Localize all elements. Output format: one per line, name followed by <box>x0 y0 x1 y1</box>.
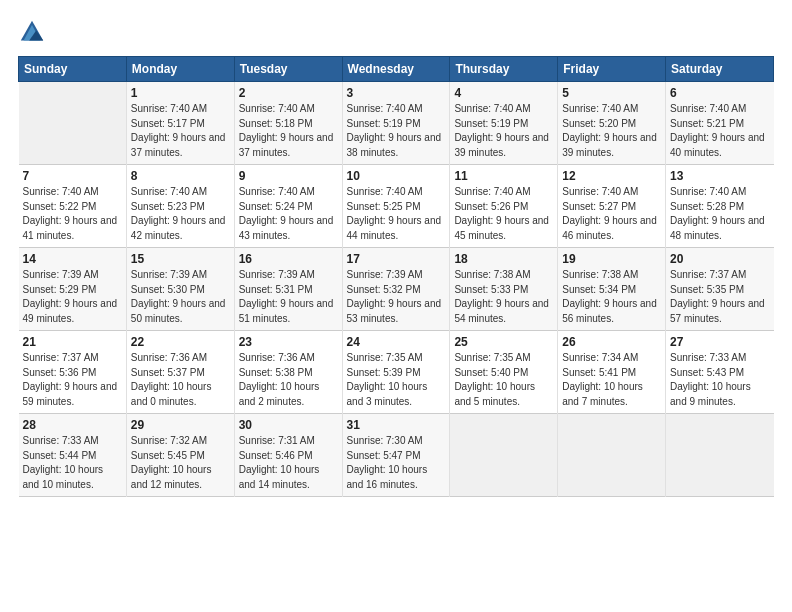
cell-info: Sunrise: 7:37 AMSunset: 5:35 PMDaylight:… <box>670 269 765 324</box>
calendar-cell: 29Sunrise: 7:32 AMSunset: 5:45 PMDayligh… <box>126 414 234 497</box>
day-number: 14 <box>23 252 122 266</box>
calendar-cell: 27Sunrise: 7:33 AMSunset: 5:43 PMDayligh… <box>666 331 774 414</box>
week-row-5: 28Sunrise: 7:33 AMSunset: 5:44 PMDayligh… <box>19 414 774 497</box>
day-number: 7 <box>23 169 122 183</box>
calendar-cell: 5Sunrise: 7:40 AMSunset: 5:20 PMDaylight… <box>558 82 666 165</box>
calendar-cell: 23Sunrise: 7:36 AMSunset: 5:38 PMDayligh… <box>234 331 342 414</box>
day-number: 20 <box>670 252 769 266</box>
calendar-cell: 11Sunrise: 7:40 AMSunset: 5:26 PMDayligh… <box>450 165 558 248</box>
calendar-cell: 18Sunrise: 7:38 AMSunset: 5:33 PMDayligh… <box>450 248 558 331</box>
calendar-cell: 9Sunrise: 7:40 AMSunset: 5:24 PMDaylight… <box>234 165 342 248</box>
calendar-cell: 13Sunrise: 7:40 AMSunset: 5:28 PMDayligh… <box>666 165 774 248</box>
calendar-cell: 26Sunrise: 7:34 AMSunset: 5:41 PMDayligh… <box>558 331 666 414</box>
header-cell-friday: Friday <box>558 57 666 82</box>
calendar-cell <box>666 414 774 497</box>
day-number: 28 <box>23 418 122 432</box>
cell-info: Sunrise: 7:35 AMSunset: 5:39 PMDaylight:… <box>347 352 428 407</box>
cell-info: Sunrise: 7:30 AMSunset: 5:47 PMDaylight:… <box>347 435 428 490</box>
calendar-table: SundayMondayTuesdayWednesdayThursdayFrid… <box>18 56 774 497</box>
day-number: 5 <box>562 86 661 100</box>
day-number: 21 <box>23 335 122 349</box>
cell-info: Sunrise: 7:32 AMSunset: 5:45 PMDaylight:… <box>131 435 212 490</box>
day-number: 10 <box>347 169 446 183</box>
cell-info: Sunrise: 7:40 AMSunset: 5:22 PMDaylight:… <box>23 186 118 241</box>
cell-info: Sunrise: 7:35 AMSunset: 5:40 PMDaylight:… <box>454 352 535 407</box>
day-number: 3 <box>347 86 446 100</box>
calendar-cell: 20Sunrise: 7:37 AMSunset: 5:35 PMDayligh… <box>666 248 774 331</box>
day-number: 24 <box>347 335 446 349</box>
calendar-cell: 3Sunrise: 7:40 AMSunset: 5:19 PMDaylight… <box>342 82 450 165</box>
week-row-1: 1Sunrise: 7:40 AMSunset: 5:17 PMDaylight… <box>19 82 774 165</box>
day-number: 29 <box>131 418 230 432</box>
calendar-cell: 22Sunrise: 7:36 AMSunset: 5:37 PMDayligh… <box>126 331 234 414</box>
cell-info: Sunrise: 7:40 AMSunset: 5:18 PMDaylight:… <box>239 103 334 158</box>
calendar-cell: 12Sunrise: 7:40 AMSunset: 5:27 PMDayligh… <box>558 165 666 248</box>
calendar-cell: 17Sunrise: 7:39 AMSunset: 5:32 PMDayligh… <box>342 248 450 331</box>
calendar-cell: 15Sunrise: 7:39 AMSunset: 5:30 PMDayligh… <box>126 248 234 331</box>
calendar-cell <box>450 414 558 497</box>
day-number: 26 <box>562 335 661 349</box>
day-number: 1 <box>131 86 230 100</box>
calendar-cell: 25Sunrise: 7:35 AMSunset: 5:40 PMDayligh… <box>450 331 558 414</box>
header <box>18 18 774 46</box>
calendar-cell: 21Sunrise: 7:37 AMSunset: 5:36 PMDayligh… <box>19 331 127 414</box>
calendar-cell: 10Sunrise: 7:40 AMSunset: 5:25 PMDayligh… <box>342 165 450 248</box>
cell-info: Sunrise: 7:39 AMSunset: 5:32 PMDaylight:… <box>347 269 442 324</box>
day-number: 23 <box>239 335 338 349</box>
cell-info: Sunrise: 7:40 AMSunset: 5:20 PMDaylight:… <box>562 103 657 158</box>
calendar-cell: 31Sunrise: 7:30 AMSunset: 5:47 PMDayligh… <box>342 414 450 497</box>
cell-info: Sunrise: 7:39 AMSunset: 5:30 PMDaylight:… <box>131 269 226 324</box>
day-number: 13 <box>670 169 769 183</box>
cell-info: Sunrise: 7:36 AMSunset: 5:37 PMDaylight:… <box>131 352 212 407</box>
cell-info: Sunrise: 7:40 AMSunset: 5:23 PMDaylight:… <box>131 186 226 241</box>
cell-info: Sunrise: 7:34 AMSunset: 5:41 PMDaylight:… <box>562 352 643 407</box>
calendar-cell <box>19 82 127 165</box>
calendar-cell: 1Sunrise: 7:40 AMSunset: 5:17 PMDaylight… <box>126 82 234 165</box>
header-cell-monday: Monday <box>126 57 234 82</box>
cell-info: Sunrise: 7:40 AMSunset: 5:21 PMDaylight:… <box>670 103 765 158</box>
cell-info: Sunrise: 7:38 AMSunset: 5:34 PMDaylight:… <box>562 269 657 324</box>
cell-info: Sunrise: 7:33 AMSunset: 5:44 PMDaylight:… <box>23 435 104 490</box>
day-number: 22 <box>131 335 230 349</box>
cell-info: Sunrise: 7:40 AMSunset: 5:17 PMDaylight:… <box>131 103 226 158</box>
page: SundayMondayTuesdayWednesdayThursdayFrid… <box>0 0 792 612</box>
cell-info: Sunrise: 7:36 AMSunset: 5:38 PMDaylight:… <box>239 352 320 407</box>
cell-info: Sunrise: 7:40 AMSunset: 5:24 PMDaylight:… <box>239 186 334 241</box>
day-number: 2 <box>239 86 338 100</box>
day-number: 16 <box>239 252 338 266</box>
day-number: 11 <box>454 169 553 183</box>
cell-info: Sunrise: 7:31 AMSunset: 5:46 PMDaylight:… <box>239 435 320 490</box>
cell-info: Sunrise: 7:39 AMSunset: 5:29 PMDaylight:… <box>23 269 118 324</box>
calendar-cell: 2Sunrise: 7:40 AMSunset: 5:18 PMDaylight… <box>234 82 342 165</box>
calendar-cell: 8Sunrise: 7:40 AMSunset: 5:23 PMDaylight… <box>126 165 234 248</box>
day-number: 12 <box>562 169 661 183</box>
cell-info: Sunrise: 7:40 AMSunset: 5:25 PMDaylight:… <box>347 186 442 241</box>
week-row-3: 14Sunrise: 7:39 AMSunset: 5:29 PMDayligh… <box>19 248 774 331</box>
logo-icon <box>18 18 46 46</box>
day-number: 25 <box>454 335 553 349</box>
logo <box>18 18 50 46</box>
calendar-cell: 28Sunrise: 7:33 AMSunset: 5:44 PMDayligh… <box>19 414 127 497</box>
cell-info: Sunrise: 7:37 AMSunset: 5:36 PMDaylight:… <box>23 352 118 407</box>
day-number: 4 <box>454 86 553 100</box>
calendar-cell: 14Sunrise: 7:39 AMSunset: 5:29 PMDayligh… <box>19 248 127 331</box>
day-number: 17 <box>347 252 446 266</box>
day-number: 30 <box>239 418 338 432</box>
day-number: 9 <box>239 169 338 183</box>
cell-info: Sunrise: 7:38 AMSunset: 5:33 PMDaylight:… <box>454 269 549 324</box>
day-number: 6 <box>670 86 769 100</box>
calendar-cell: 6Sunrise: 7:40 AMSunset: 5:21 PMDaylight… <box>666 82 774 165</box>
header-cell-tuesday: Tuesday <box>234 57 342 82</box>
calendar-cell: 24Sunrise: 7:35 AMSunset: 5:39 PMDayligh… <box>342 331 450 414</box>
week-row-2: 7Sunrise: 7:40 AMSunset: 5:22 PMDaylight… <box>19 165 774 248</box>
header-cell-thursday: Thursday <box>450 57 558 82</box>
calendar-cell <box>558 414 666 497</box>
day-number: 15 <box>131 252 230 266</box>
header-cell-sunday: Sunday <box>19 57 127 82</box>
cell-info: Sunrise: 7:40 AMSunset: 5:26 PMDaylight:… <box>454 186 549 241</box>
day-number: 8 <box>131 169 230 183</box>
cell-info: Sunrise: 7:33 AMSunset: 5:43 PMDaylight:… <box>670 352 751 407</box>
cell-info: Sunrise: 7:39 AMSunset: 5:31 PMDaylight:… <box>239 269 334 324</box>
cell-info: Sunrise: 7:40 AMSunset: 5:27 PMDaylight:… <box>562 186 657 241</box>
calendar-cell: 30Sunrise: 7:31 AMSunset: 5:46 PMDayligh… <box>234 414 342 497</box>
